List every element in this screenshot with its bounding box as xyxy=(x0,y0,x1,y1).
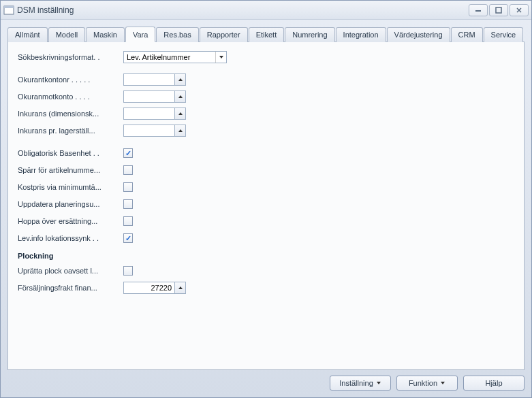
app-window: DSM inställning Allmänt Modell Maskin Va… xyxy=(0,0,532,398)
label-kostpris-minimum: Kostpris via minimumtä... xyxy=(18,183,123,191)
installing-button[interactable]: Inställning xyxy=(330,376,391,391)
hjalp-button[interactable]: Hjälp xyxy=(463,376,525,391)
input-inkurans-lager[interactable] xyxy=(123,125,175,137)
tab-modell[interactable]: Modell xyxy=(48,27,85,42)
tab-numrering[interactable]: Numrering xyxy=(285,27,334,42)
tab-vara[interactable]: Vara xyxy=(125,27,155,42)
tab-crm[interactable]: CRM xyxy=(451,27,483,42)
label-inkurans-dim: Inkurans (dimensionsk... xyxy=(18,110,123,118)
label-upratta-plock: Uprätta plock oavsett l... xyxy=(18,267,123,275)
lookup-button[interactable] xyxy=(175,125,186,137)
lookup-inkurans-lager xyxy=(123,125,186,137)
tab-resbas[interactable]: Res.bas xyxy=(156,27,198,42)
funktion-label: Funktion xyxy=(409,379,437,387)
checkbox-levinfo-lokation[interactable] xyxy=(123,233,133,243)
lookup-okurantkontonr xyxy=(123,73,186,86)
tab-rapporter[interactable]: Rapporter xyxy=(200,27,248,42)
tab-service[interactable]: Service xyxy=(484,27,524,42)
lookup-forsaljningsfrakt xyxy=(123,282,186,294)
label-sparr-artikelnummer: Spärr för artikelnumme... xyxy=(18,166,123,174)
input-forsaljningsfrakt[interactable] xyxy=(123,282,175,294)
tab-allmant[interactable]: Allmänt xyxy=(7,27,48,42)
tab-vardejustering[interactable]: Värdejustering xyxy=(387,27,450,42)
checkbox-obligatorisk-basenhet[interactable] xyxy=(123,148,133,158)
svg-rect-1 xyxy=(4,6,14,8)
content-area: Allmänt Modell Maskin Vara Res.bas Rappo… xyxy=(1,20,531,397)
maximize-button[interactable] xyxy=(489,4,508,16)
input-okurantkontonr[interactable] xyxy=(123,73,175,86)
label-obligatorisk-basenhet: Obligatorisk Basenhet . . xyxy=(18,149,123,157)
bottom-toolbar: Inställning Funktion Hjälp xyxy=(7,370,525,391)
label-okurantkontonr: Okurantkontonr . . . . . xyxy=(18,76,123,84)
label-okuranmotkonto: Okuranmotkonto . . . . xyxy=(18,93,123,101)
chevron-down-icon xyxy=(440,379,445,387)
label-uppdatera-planering: Uppdatera planeringsu... xyxy=(18,200,123,208)
label-levinfo-lokation: Lev.info lokationssynk . . xyxy=(18,234,123,242)
checkbox-uppdatera-planering[interactable] xyxy=(123,199,133,209)
tabstrip: Allmänt Modell Maskin Vara Res.bas Rappo… xyxy=(7,27,525,42)
funktion-button[interactable]: Funktion xyxy=(396,376,458,391)
chevron-down-icon xyxy=(376,379,381,387)
input-inkurans-dim[interactable] xyxy=(123,107,175,120)
tab-integration[interactable]: Integration xyxy=(336,27,386,42)
window-title: DSM inställning xyxy=(17,5,467,15)
label-forsaljningsfrakt: Försäljningsfrakt finan... xyxy=(18,284,123,292)
label-inkurans-lager: Inkurans pr. lagerställ... xyxy=(18,127,123,135)
label-sokbeskrivning: Sökbeskrivningsformat. . xyxy=(18,53,123,61)
checkbox-hoppa-ersattning[interactable] xyxy=(123,216,133,226)
checkbox-upratta-plock[interactable] xyxy=(123,266,133,276)
tab-panel-vara: Sökbeskrivningsformat. . Lev. Artikelnum… xyxy=(7,42,525,370)
checkbox-sparr-artikelnummer[interactable] xyxy=(123,165,133,175)
svg-rect-2 xyxy=(475,10,481,12)
close-button[interactable] xyxy=(510,4,529,16)
lookup-inkurans-dim xyxy=(123,107,186,120)
lookup-button[interactable] xyxy=(175,73,186,86)
installing-label: Inställning xyxy=(339,379,373,387)
titlebar: DSM inställning xyxy=(1,1,531,20)
svg-rect-3 xyxy=(496,7,501,13)
lookup-button[interactable] xyxy=(175,107,186,120)
hjalp-label: Hjälp xyxy=(485,379,502,387)
minimize-button[interactable] xyxy=(469,4,488,16)
lookup-button[interactable] xyxy=(175,282,186,294)
combo-sokbeskrivning[interactable]: Lev. Artikelnummer xyxy=(123,51,227,63)
lookup-okuranmotkonto xyxy=(123,90,186,103)
combo-sokbeskrivning-value: Lev. Artikelnummer xyxy=(124,53,215,61)
tab-maskin[interactable]: Maskin xyxy=(86,27,125,42)
label-hoppa-ersattning: Hoppa över ersättning... xyxy=(18,217,123,225)
chevron-down-icon xyxy=(215,52,226,63)
section-plockning: Plockning xyxy=(18,252,514,260)
input-okuranmotkonto[interactable] xyxy=(123,90,175,103)
app-icon xyxy=(3,5,14,16)
checkbox-kostpris-minimum[interactable] xyxy=(123,182,133,192)
tab-etikett[interactable]: Etikett xyxy=(249,27,285,42)
lookup-button[interactable] xyxy=(175,90,186,103)
